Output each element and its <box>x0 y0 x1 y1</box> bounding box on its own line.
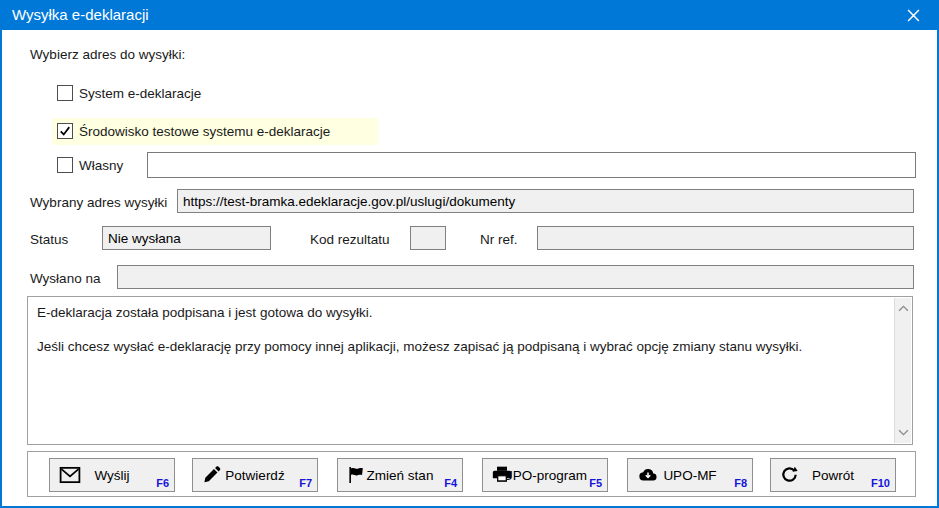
selected-address-input[interactable] <box>177 189 914 213</box>
result-code-label: Kod rezultatu <box>310 232 390 247</box>
pencil-icon <box>202 466 221 485</box>
ref-input[interactable] <box>537 226 914 250</box>
checkbox-test-environment[interactable] <box>57 123 73 139</box>
button-fkey: F8 <box>734 477 747 489</box>
dialog-window: Wysyłka e-deklaracji Wybierz adres do wy… <box>0 0 939 508</box>
button-label: Wyślij <box>94 468 129 483</box>
message-line-1: E-deklaracja została podpisana i jest go… <box>37 305 884 320</box>
checkbox-custom[interactable] <box>57 157 73 173</box>
close-button[interactable] <box>893 0 933 30</box>
button-fkey: F6 <box>156 477 169 489</box>
button-fkey: F5 <box>589 477 602 489</box>
button-label: Zmień stan <box>367 468 434 483</box>
flag-icon <box>347 466 366 485</box>
button-fkey: F7 <box>299 477 312 489</box>
button-fkey: F4 <box>444 477 457 489</box>
upo-program-button[interactable]: UPO-program F5 <box>482 458 608 492</box>
button-panel: Wyślij F6 Potwierdź F7 Zmień stan F4 <box>27 451 916 497</box>
status-label: Status <box>30 232 68 247</box>
selected-address-label: Wybrany adres wysyłki <box>30 195 167 210</box>
button-label: Powrót <box>812 468 854 483</box>
message-line-2: Jeśli chcesz wysłać e-deklarację przy po… <box>37 339 884 354</box>
printer-icon <box>492 465 512 485</box>
status-input[interactable] <box>102 226 271 250</box>
message-scrollbar[interactable] <box>894 298 911 443</box>
checkbox-label-test-environment[interactable]: Środowisko testowe systemu e-deklaracje <box>79 124 330 139</box>
button-label: UPO-MF <box>663 468 716 483</box>
section-label: Wybierz adres do wysyłki: <box>30 47 185 62</box>
chevron-down-icon <box>898 429 909 436</box>
ref-label: Nr ref. <box>480 232 518 247</box>
confirm-button[interactable]: Potwierdź F7 <box>192 458 318 492</box>
cloud-download-icon <box>637 467 658 484</box>
result-code-input[interactable] <box>410 226 446 250</box>
close-icon <box>907 9 920 22</box>
return-button[interactable]: Powrót F10 <box>770 458 896 492</box>
sent-to-label: Wysłano na <box>30 271 100 286</box>
title-bar: Wysyłka e-deklaracji <box>2 0 937 30</box>
sent-to-input[interactable] <box>117 265 914 289</box>
send-button[interactable]: Wyślij F6 <box>49 458 175 492</box>
button-fkey: F10 <box>871 477 890 489</box>
message-box: E-deklaracja została podpisana i jest go… <box>27 296 913 445</box>
button-label: UPO-program <box>503 468 587 483</box>
window-title: Wysyłka e-deklaracji <box>12 0 149 30</box>
checkbox-label-system[interactable]: System e-deklaracje <box>79 86 201 101</box>
upo-mf-button[interactable]: UPO-MF F8 <box>627 458 753 492</box>
scroll-down-button[interactable] <box>895 424 912 441</box>
checkmark-icon <box>59 125 71 137</box>
button-label: Potwierdź <box>225 468 284 483</box>
scroll-up-button[interactable] <box>895 300 912 317</box>
custom-address-input[interactable] <box>147 152 916 178</box>
checkbox-label-custom[interactable]: Własny <box>79 158 123 173</box>
chevron-up-icon <box>898 305 909 312</box>
envelope-icon <box>59 467 81 484</box>
change-state-button[interactable]: Zmień stan F4 <box>337 458 463 492</box>
checkbox-system-edeklaracje[interactable] <box>57 85 73 101</box>
refresh-icon <box>780 466 799 485</box>
